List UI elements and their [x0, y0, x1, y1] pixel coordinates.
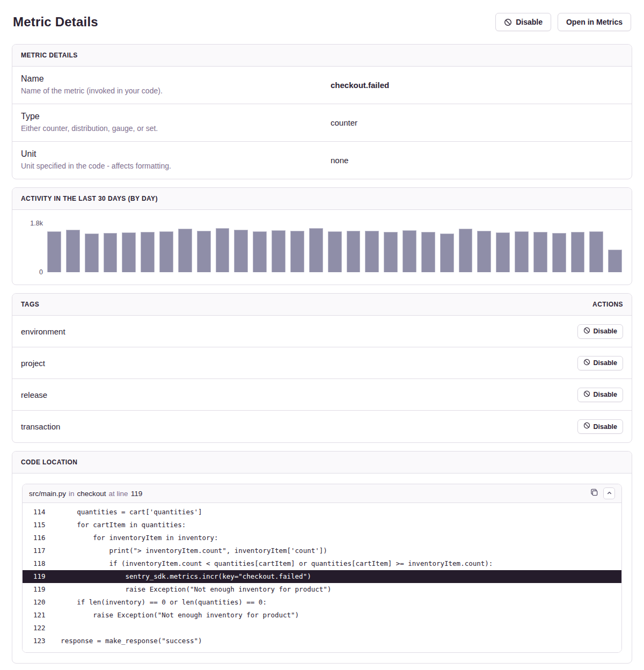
disable-tag-button[interactable]: Disable — [577, 324, 623, 339]
tags-panel-header: TAGS ACTIONS — [12, 294, 632, 316]
metric-detail-value: counter — [322, 104, 632, 141]
ban-icon — [583, 422, 590, 431]
code-line: 120 if len(inventory) == 0 or len(quanti… — [23, 596, 621, 609]
open-in-metrics-button[interactable]: Open in Metrics — [558, 13, 631, 31]
activity-bar — [608, 250, 622, 272]
ban-icon — [583, 359, 590, 368]
metric-detail-row: NameName of the metric (invoked in your … — [12, 67, 632, 104]
disable-tag-button-label: Disable — [594, 327, 617, 336]
metric-detail-value: none — [322, 142, 632, 179]
metric-detail-value: checkout.failed — [322, 67, 632, 104]
metric-detail-description: Unit specified in the code - affects for… — [21, 162, 313, 170]
activity-bar — [365, 231, 379, 272]
code-line-highlighted: 119 sentry_sdk.metrics.incr(key="checkou… — [23, 570, 621, 583]
code-line: 122 — [23, 622, 621, 635]
ban-icon — [583, 390, 590, 399]
activity-bar — [272, 230, 286, 272]
activity-bar — [253, 231, 267, 272]
metric-detail-left: TypeEither counter, distribution, gauge,… — [12, 104, 322, 141]
metric-detail-label: Unit — [21, 149, 313, 159]
activity-bar — [85, 234, 99, 272]
disable-tag-button-label: Disable — [594, 423, 617, 431]
code-line-text: if (inventoryItem.count < quantities[car… — [45, 559, 493, 567]
metric-details-panel: METRIC DETAILS NameName of the metric (i… — [12, 44, 632, 179]
disable-tag-button[interactable]: Disable — [577, 419, 623, 434]
code-line-text: raise Exception("Not enough inventory fo… — [45, 585, 331, 593]
code-line-number: 118 — [23, 557, 45, 570]
chevron-up-icon — [606, 490, 612, 498]
code-location-panel: CODE LOCATION src/main.py in checkout at… — [12, 451, 632, 664]
activity-chart: 1.8k 0 — [12, 210, 632, 285]
metric-detail-label: Type — [21, 112, 313, 121]
code-line-text: for cartItem in quantities: — [45, 521, 186, 529]
activity-bar — [552, 233, 566, 272]
tag-row-project: projectDisable — [12, 347, 632, 379]
activity-panel-header: ACTIVITY IN THE LAST 30 DAYS (BY DAY) — [12, 188, 632, 210]
code-frame-tools — [590, 487, 615, 499]
tags-rows: environmentDisableprojectDisablereleaseD… — [12, 316, 632, 442]
activity-bar — [66, 230, 80, 272]
page: Metric Details Disable Open in Metrics M… — [0, 0, 644, 670]
disable-tag-button-label: Disable — [594, 390, 617, 399]
metric-detail-description: Name of the metric (invoked in your code… — [21, 86, 313, 95]
code-function-name: checkout — [77, 490, 106, 498]
activity-bar — [477, 231, 491, 272]
activity-bar — [347, 231, 361, 272]
activity-bar — [290, 231, 304, 272]
code-frame-header: src/main.py in checkout at line 119 — [23, 484, 621, 503]
disable-metric-button[interactable]: Disable — [495, 13, 551, 31]
disable-tag-button-label: Disable — [594, 359, 617, 367]
code-frame: src/main.py in checkout at line 119 — [22, 484, 622, 653]
code-line: 118 if (inventoryItem.count < quantities… — [23, 557, 621, 570]
activity-bar — [309, 228, 323, 272]
activity-bar — [141, 232, 155, 272]
tag-row-release: releaseDisable — [12, 379, 632, 411]
activity-bar — [515, 231, 529, 272]
code-line-number: 119 — [23, 570, 45, 583]
activity-bar — [571, 232, 585, 272]
tag-label: project — [21, 359, 45, 368]
code-line-number: 119 — [131, 490, 143, 498]
activity-bar — [328, 231, 342, 272]
code-line-number: 116 — [23, 531, 45, 544]
code-line-text: print("> inventoryItem.count", inventory… — [45, 547, 327, 555]
activity-bar — [178, 229, 192, 272]
tag-row-transaction: transactionDisable — [12, 411, 632, 442]
page-title: Metric Details — [13, 14, 98, 30]
tag-label: environment — [21, 327, 65, 336]
disable-tag-button[interactable]: Disable — [577, 388, 623, 402]
copy-code-button[interactable] — [590, 489, 598, 498]
metric-detail-row: UnitUnit specified in the code - affects… — [12, 142, 632, 179]
code-line: 117 print("> inventoryItem.count", inven… — [23, 544, 621, 557]
activity-bar — [104, 233, 118, 272]
code-line-text: quantities = cart['quantities'] — [45, 508, 202, 516]
code-line: 115 for cartItem in quantities: — [23, 519, 621, 531]
activity-chart-y-axis: 1.8k 0 — [21, 223, 47, 272]
collapse-code-button[interactable] — [603, 487, 615, 499]
code-line-number: 115 — [23, 519, 45, 531]
activity-bar — [159, 231, 173, 272]
ban-icon — [504, 18, 512, 26]
tags-actions-column-label: ACTIONS — [592, 301, 623, 308]
copy-icon — [590, 489, 598, 498]
activity-bar — [122, 232, 136, 272]
activity-bar — [440, 234, 454, 272]
activity-bar — [496, 232, 510, 272]
code-line: 123 response = make_response("success") — [23, 635, 621, 647]
code-at-line-words: at line — [109, 490, 128, 498]
code-frame-location: src/main.py in checkout at line 119 — [29, 490, 142, 498]
activity-bar — [459, 229, 473, 272]
code-in-word: in — [69, 490, 75, 498]
code-line-text: if len(inventory) == 0 or len(quantities… — [45, 598, 267, 606]
code-line-text: response = make_response("success") — [45, 637, 202, 645]
code-line-number: 123 — [23, 635, 45, 647]
activity-bar — [47, 231, 61, 272]
metric-detail-left: UnitUnit specified in the code - affects… — [12, 142, 322, 179]
metric-detail-row: TypeEither counter, distribution, gauge,… — [12, 104, 632, 142]
activity-bar — [216, 228, 230, 272]
activity-bar — [589, 231, 603, 272]
disable-tag-button[interactable]: Disable — [577, 356, 623, 370]
code-line-text: raise Exception("Not enough inventory fo… — [45, 611, 299, 619]
activity-bar — [384, 232, 398, 272]
metric-details-panel-header: METRIC DETAILS — [12, 45, 632, 67]
